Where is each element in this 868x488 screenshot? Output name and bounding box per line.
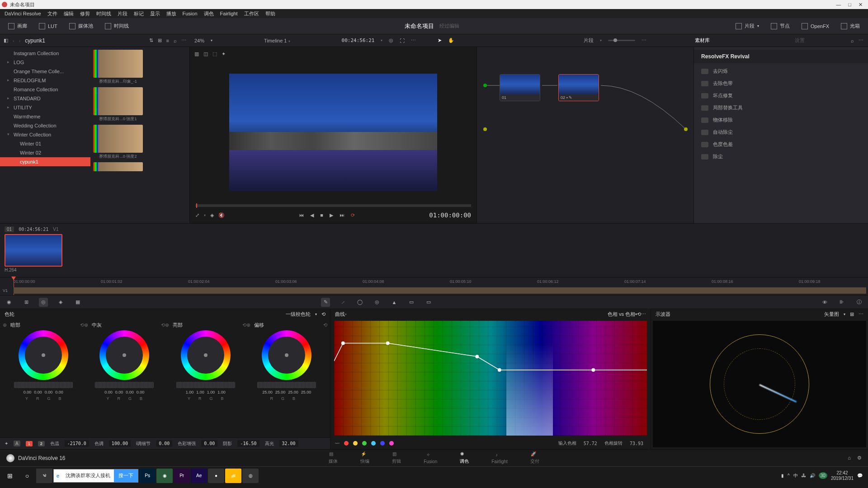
cut-page[interactable]: ⚡快编 <box>360 451 369 465</box>
app-icon-2[interactable]: ◉ <box>156 469 173 483</box>
green-channel[interactable] <box>362 441 367 446</box>
menu-Fusion[interactable]: Fusion <box>183 11 198 16</box>
zoom-level[interactable]: 24% <box>194 38 204 43</box>
blur-icon[interactable]: ▭ <box>424 298 433 307</box>
tracker-icon[interactable]: ▲ <box>390 298 399 307</box>
lut-thumbnail[interactable]: 赛博朋克科...0 强度2 <box>93 125 143 160</box>
jog-wheel[interactable] <box>95 382 154 388</box>
timeline-name[interactable]: Timeline 1 <box>264 38 287 43</box>
wand-icon[interactable]: ✦ <box>222 51 226 57</box>
color-wheel[interactable] <box>19 330 68 380</box>
edge-icon[interactable]: ༄ <box>36 469 52 483</box>
fx-item[interactable]: 色度色差 <box>694 138 868 150</box>
menu-Fairlight[interactable]: Fairlight <box>220 11 238 16</box>
menu-工作区[interactable]: 工作区 <box>244 10 259 17</box>
maximize-button[interactable]: □ <box>848 2 851 8</box>
timeline-button[interactable]: 时间线 <box>100 21 133 31</box>
jog-wheel[interactable] <box>176 382 235 388</box>
node-01[interactable]: 01 <box>500 74 540 101</box>
color-wheel[interactable] <box>262 330 311 380</box>
mini-timeline[interactable]: 01:00:00:0001:00:01:0201:00:02:0401:00:0… <box>0 277 868 296</box>
tray-ime-icon[interactable]: 中 <box>793 473 798 479</box>
scopes-layout-icon[interactable]: ⊞ <box>850 311 854 317</box>
resolve-taskbar-icon[interactable]: ● <box>208 469 224 483</box>
tray-vol-icon[interactable]: 🔊 <box>810 473 815 478</box>
panel-toggle-icon[interactable]: ◧ <box>4 38 8 43</box>
tray-up-icon[interactable]: ^ <box>788 473 790 478</box>
tree-item[interactable]: REDLOGFILM <box>0 76 90 85</box>
fx-item[interactable]: 物体移除 <box>694 114 868 126</box>
menu-帮助[interactable]: 帮助 <box>265 10 275 17</box>
curves-more-icon[interactable]: ⋯ <box>641 311 646 317</box>
scopes-mode[interactable]: 矢量图 <box>824 311 839 318</box>
tree-item[interactable]: Warmtheme <box>0 112 90 121</box>
stop-button[interactable]: ■ <box>320 212 323 218</box>
tree-item[interactable]: Wedding Collection <box>0 121 90 130</box>
tint-value[interactable]: 100.00 <box>109 440 131 447</box>
minimize-button[interactable]: — <box>836 2 841 8</box>
detail-value[interactable]: 0.00 <box>156 440 172 447</box>
media-page[interactable]: ▤媒体 <box>329 451 338 465</box>
picker-a-icon[interactable]: A <box>14 441 20 446</box>
loop-button[interactable]: ⟳ <box>351 212 355 218</box>
page-2[interactable]: 2 <box>38 441 45 446</box>
aftereffects-icon[interactable]: Ae <box>191 469 207 483</box>
input-hue[interactable]: 57.72 <box>581 440 600 447</box>
menu-修剪[interactable]: 修剪 <box>80 10 90 17</box>
lut-thumbnail[interactable]: 赛博朋克科...0 强度1 <box>93 87 143 123</box>
color-page[interactable]: ❋调色 <box>460 451 469 465</box>
temp-value[interactable]: -2170.0 <box>65 440 89 447</box>
viewer-scrubber[interactable] <box>195 204 471 207</box>
tray-net-icon[interactable]: 🖧 <box>802 473 806 478</box>
color-wheel[interactable] <box>181 330 231 380</box>
pointer-icon[interactable]: ➤ <box>438 38 442 43</box>
menu-显示[interactable]: 显示 <box>150 10 160 17</box>
fairlight-page[interactable]: ♪Fairlight <box>491 452 508 464</box>
yellow-channel[interactable] <box>353 441 358 446</box>
taskbar-clock[interactable]: 22:422019/12/31 <box>831 470 854 481</box>
auto-balance-icon[interactable]: ✦ <box>5 441 8 446</box>
cortana-icon[interactable]: ○ <box>19 469 35 483</box>
viewer-timecode[interactable]: 00:24:56:21 <box>342 38 375 43</box>
lut-button[interactable]: LUT <box>34 21 62 31</box>
home-icon[interactable]: ⌂ <box>848 455 851 461</box>
picker-icon[interactable]: ⤢ <box>195 212 199 218</box>
nav-fwd-icon[interactable]: › <box>19 38 21 43</box>
gallery-button[interactable]: 画廊 <box>4 21 32 31</box>
curves-icon[interactable]: ✎ <box>321 298 330 307</box>
curves-reset-icon[interactable]: ⟲ <box>637 311 641 317</box>
magenta-channel[interactable] <box>389 441 394 446</box>
camera-raw-icon[interactable]: ◉ <box>5 298 14 307</box>
cyan-channel[interactable] <box>371 441 376 446</box>
sort-icon[interactable]: ⇅ <box>149 38 153 43</box>
explorer-icon[interactable]: 📁 <box>225 469 241 483</box>
viewer-more-icon[interactable]: ⋯ <box>411 38 416 43</box>
info-icon[interactable]: ⓘ <box>854 298 863 307</box>
expand-icon[interactable]: ⛶ <box>400 38 405 43</box>
deliver-page[interactable]: 🚀交付 <box>530 451 539 465</box>
more-icon[interactable]: ⋯ <box>181 38 186 43</box>
shadow-value[interactable]: -16.50 <box>237 440 259 447</box>
magic-mask-icon[interactable]: ▭ <box>407 298 416 307</box>
menu-时间线[interactable]: 时间线 <box>96 10 111 17</box>
tree-item[interactable]: Winter 01 <box>0 139 90 148</box>
vectorscope[interactable] <box>653 321 866 447</box>
wheels-mode[interactable]: 一级校色轮 <box>286 311 311 318</box>
red-channel[interactable] <box>344 441 349 446</box>
nodes-button[interactable]: 节点 <box>766 21 794 31</box>
page-1[interactable]: 1 <box>26 441 33 446</box>
warper-icon[interactable]: ⟋ <box>338 298 347 307</box>
hue-rotate[interactable]: 73.93 <box>627 440 646 447</box>
color-wheel[interactable] <box>99 330 149 380</box>
scopes-more-icon[interactable]: ⋯ <box>859 311 863 317</box>
menu-编辑[interactable]: 编辑 <box>64 10 74 17</box>
jog-wheel[interactable] <box>257 382 316 388</box>
lut-thumbnail[interactable]: 赛博朋克科...印象_-1 <box>93 50 143 85</box>
start-button[interactable]: ⊞ <box>2 469 18 483</box>
grid-view-icon[interactable]: ⊞ <box>158 38 162 43</box>
close-button[interactable]: ✕ <box>859 2 863 8</box>
tree-item[interactable]: LOG <box>0 58 90 67</box>
tree-item[interactable]: Orange Theme Colle... <box>0 67 90 76</box>
tray-30-icon[interactable]: 30 <box>819 472 827 479</box>
mediapool-button[interactable]: 媒体池 <box>65 21 98 31</box>
